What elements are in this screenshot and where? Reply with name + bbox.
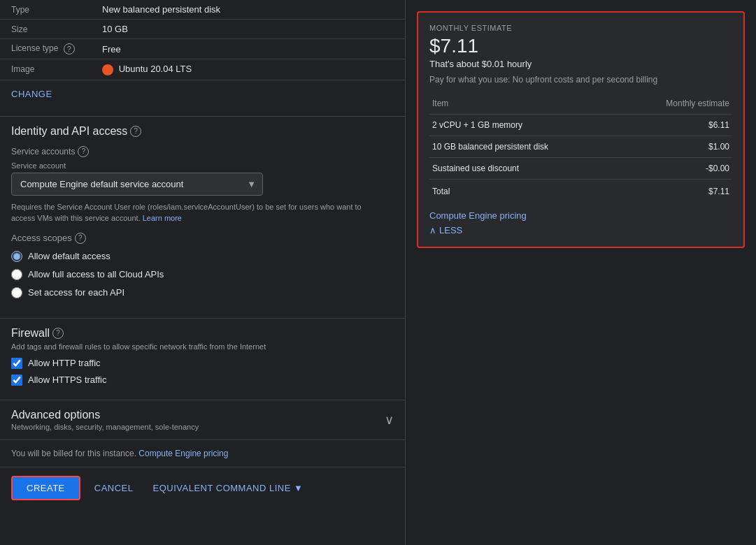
service-account-info: Requires the Service Account User role (… <box>11 201 375 224</box>
pricing-table: Item Monthly estimate 2 vCPU + 1 GB memo… <box>429 96 732 202</box>
license-value: Free <box>91 39 405 59</box>
disk-size-row: Size 10 GB <box>0 20 405 39</box>
advanced-header[interactable]: Advanced options Networking, disks, secu… <box>11 409 394 431</box>
access-scopes-radio-group: Allow default access Allow full access t… <box>11 251 394 298</box>
service-account-select[interactable]: Compute Engine default service account <box>11 173 263 196</box>
less-chevron-icon: ∧ <box>429 225 436 235</box>
pricing-value-vcpu: $6.11 <box>622 115 732 136</box>
service-account-label: Service account <box>11 161 394 170</box>
image-label: Image <box>0 59 91 80</box>
image-row: Image Ubuntu 20.04 LTS <box>0 59 405 80</box>
pricing-item-vcpu: 2 vCPU + 1 GB memory <box>429 115 622 136</box>
pricing-total-row: Total $7.11 <box>429 180 732 203</box>
cmd-line-arrow-icon: ▼ <box>294 483 303 493</box>
https-label: Allow HTTPS traffic <box>28 375 106 385</box>
price-hourly: That's about $0.01 hourly <box>429 59 732 69</box>
firewall-section: Firewall ? Add tags and firewall rules t… <box>0 318 405 400</box>
image-value: Ubuntu 20.04 LTS <box>119 64 192 74</box>
http-checkbox[interactable] <box>11 358 22 369</box>
pricing-total-value: $7.11 <box>622 180 732 203</box>
cancel-button[interactable]: CANCEL <box>86 477 142 499</box>
firewall-desc: Add tags and firewall rules to allow spe… <box>11 342 394 351</box>
disk-type-label: Type <box>0 0 91 20</box>
firewall-title: Firewall ? <box>11 327 394 340</box>
monthly-estimate-label: Monthly estimate <box>429 24 732 32</box>
pricing-col-estimate: Monthly estimate <box>622 96 732 115</box>
license-help-icon[interactable]: ? <box>64 43 75 54</box>
action-bar: CREATE CANCEL EQUIVALENT COMMAND LINE ▼ <box>0 467 405 509</box>
pricing-col-item: Item <box>429 96 622 115</box>
disk-type-row: Type New balanced persistent disk <box>0 0 405 20</box>
change-button[interactable]: CHANGE <box>0 83 64 105</box>
access-scopes-help-icon[interactable]: ? <box>75 233 86 244</box>
pricing-total-label: Total <box>429 180 622 203</box>
pricing-value-discount: -$0.00 <box>622 158 732 180</box>
radio-full-access[interactable]: Allow full access to all Cloud APIs <box>11 269 394 280</box>
advanced-section: Advanced options Networking, disks, secu… <box>0 400 405 439</box>
disk-type-value: New balanced persistent disk <box>91 0 405 20</box>
https-checkbox[interactable] <box>11 375 22 386</box>
identity-help-icon[interactable]: ? <box>130 126 141 137</box>
less-button[interactable]: ∧ LESS <box>429 225 732 235</box>
cmd-line-label: EQUIVALENT COMMAND LINE <box>153 483 291 493</box>
https-checkbox-item[interactable]: Allow HTTPS traffic <box>11 375 394 386</box>
right-panel: Monthly estimate $7.11 That's about $0.0… <box>406 0 756 545</box>
pricing-box: Monthly estimate $7.11 That's about $0.0… <box>417 11 745 248</box>
create-button[interactable]: CREATE <box>11 476 80 500</box>
pricing-row-vcpu: 2 vCPU + 1 GB memory $6.11 <box>429 115 732 136</box>
billing-pricing-link[interactable]: Compute Engine pricing <box>138 449 228 458</box>
pricing-footer: Compute Engine pricing ∧ LESS <box>429 210 732 235</box>
disk-info-table: Type New balanced persistent disk Size 1… <box>0 0 405 80</box>
license-type-label: License type <box>11 43 58 53</box>
pricing-row-disk: 10 GB balanced persistent disk $1.00 <box>429 136 732 158</box>
advanced-title: Advanced options <box>11 409 199 421</box>
identity-section-title: Identity and API access ? <box>11 125 394 138</box>
radio-default-label: Allow default access <box>28 251 110 261</box>
advanced-chevron-icon: ∨ <box>385 412 394 428</box>
http-checkbox-item[interactable]: Allow HTTP traffic <box>11 358 394 369</box>
learn-more-link[interactable]: Learn more <box>143 214 182 222</box>
pricing-item-discount: Sustained use discount <box>429 158 622 180</box>
service-account-select-wrapper: Compute Engine default service account ▼ <box>11 173 263 196</box>
pricing-row-discount: Sustained use discount -$0.00 <box>429 158 732 180</box>
price-main: $7.11 <box>429 35 732 57</box>
disk-size-label: Size <box>0 20 91 39</box>
radio-full-label: Allow full access to all Cloud APIs <box>28 269 164 279</box>
identity-section: Identity and API access ? Service accoun… <box>0 117 405 318</box>
pay-info: Pay for what you use: No upfront costs a… <box>429 75 732 85</box>
ubuntu-icon <box>102 64 113 75</box>
radio-custom-label: Set access for each API <box>28 287 124 298</box>
license-row: License type ? Free <box>0 39 405 59</box>
less-label: LESS <box>439 225 462 235</box>
service-accounts-help-icon[interactable]: ? <box>78 146 89 157</box>
advanced-subtitle: Networking, disks, security, management,… <box>11 423 199 431</box>
compute-engine-pricing-link[interactable]: Compute Engine pricing <box>429 210 732 221</box>
billing-notice: You will be billed for this instance. Co… <box>0 439 405 467</box>
service-accounts-label: Service accounts ? <box>11 146 394 157</box>
radio-default-access[interactable]: Allow default access <box>11 251 394 262</box>
radio-custom-access[interactable]: Set access for each API <box>11 287 394 298</box>
pricing-item-disk: 10 GB balanced persistent disk <box>429 136 622 158</box>
pricing-value-disk: $1.00 <box>622 136 732 158</box>
access-scopes-label: Access scopes ? <box>11 233 394 244</box>
firewall-help-icon[interactable]: ? <box>52 328 64 339</box>
cmd-line-button[interactable]: EQUIVALENT COMMAND LINE ▼ <box>148 477 309 499</box>
disk-size-value: 10 GB <box>91 20 405 39</box>
http-label: Allow HTTP traffic <box>28 358 101 368</box>
